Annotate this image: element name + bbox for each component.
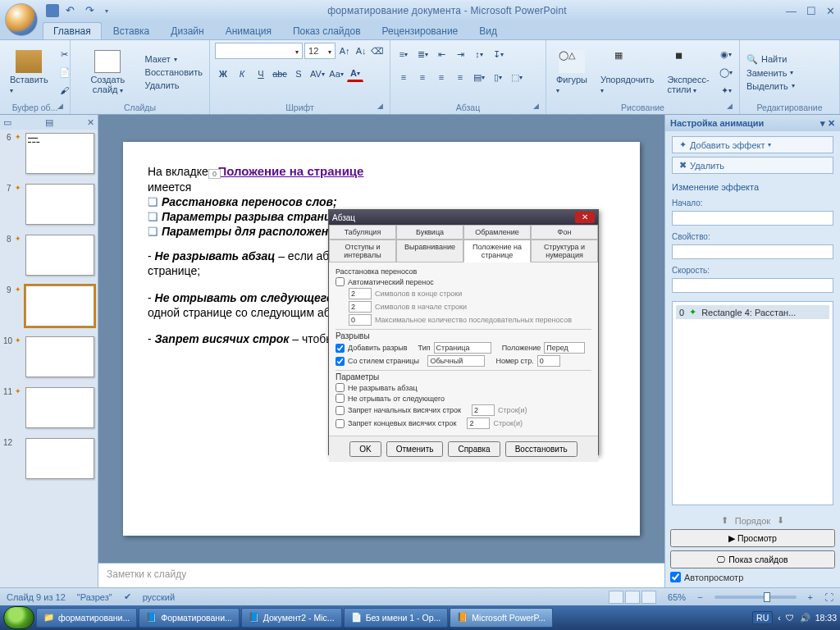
zoom-out-button[interactable]: − [697,592,702,602]
save-icon[interactable] [46,4,59,17]
outline-tab-icon[interactable]: ▭ [3,117,11,128]
dtab-bg[interactable]: Фон [531,225,598,240]
notes-pane[interactable]: Заметки к слайду [98,563,664,587]
effect-list[interactable]: 0 ✦ Rectangle 4: Расстан... [672,301,833,505]
font-color-button[interactable]: A [347,66,363,82]
para-dialog-launcher[interactable]: ◢ [533,102,539,110]
thumb-7[interactable]: 7✦ [3,184,94,225]
align-center-button[interactable]: ≡ [414,69,431,85]
thumb-6[interactable]: 6✦▬▬▬▬ ▬ ▬ [3,133,94,174]
break-pos-select[interactable]: Перед [544,342,585,354]
text-direction-button[interactable]: ↧ [490,46,506,62]
close-thumbs-icon[interactable]: ✕ [87,117,94,128]
change-case-button[interactable]: Аа [328,66,345,82]
char-spacing-button[interactable]: AV [309,66,326,82]
tray-security-icon[interactable]: 🛡 [786,613,795,623]
pagenum-spin[interactable]: 0 [537,355,560,367]
start-combo[interactable] [672,211,833,226]
shrink-font-button[interactable]: A↓ [354,43,368,59]
tray-volume-icon[interactable]: 🔊 [800,613,810,623]
align-text-button[interactable]: ▯ [490,69,506,85]
zoom-slider[interactable] [714,596,797,599]
find-button[interactable]: 🔍 Найти [745,53,797,66]
slideshow-view-button[interactable] [641,591,656,604]
dialog-close-button[interactable]: ✕ [575,212,595,223]
shape-fill-button[interactable]: ◉ [718,46,734,62]
italic-button[interactable]: К [234,66,250,82]
widow-start-check[interactable] [336,406,345,415]
dtab-indents[interactable]: Отступы и интервалы [329,240,396,262]
dtab-numbering[interactable]: Структура и нумерация [531,240,598,262]
add-effect-button[interactable]: ✦ Добавить эффект [672,136,833,153]
tray-expand-icon[interactable]: ‹ [778,613,781,623]
thumb-8[interactable]: 8✦ [3,235,94,276]
lang-indicator[interactable]: RU [752,611,773,624]
tab-animation[interactable]: Анимация [216,23,281,39]
preview-button[interactable]: ▶ Просмотр [670,529,835,547]
clipboard-dialog-launcher[interactable]: ◢ [57,102,63,110]
start-button[interactable] [3,606,34,629]
with-style-check[interactable] [336,357,345,366]
dtab-position[interactable]: Положение на странице [463,240,531,262]
widow-start-spin[interactable]: 2 [472,404,495,416]
smartart-button[interactable]: ⬚ [509,69,525,85]
page-style-select[interactable]: Обычный [427,355,485,367]
autopreview-check[interactable] [670,572,681,582]
dtab-tabs[interactable]: Табуляция [329,225,396,240]
tab-review[interactable]: Рецензирование [372,23,468,39]
task-powerpoint[interactable]: 📙Microsoft PowerP... [450,608,553,628]
spellcheck-icon[interactable]: ✔ [124,591,131,602]
font-family-combo[interactable] [215,43,303,59]
thumb-9[interactable]: 9✦ [3,285,94,326]
strike-button[interactable]: abc [272,66,288,82]
dialog-help-button[interactable]: Справка [448,441,500,457]
anim-order-handle[interactable]: 0 [208,169,221,179]
dtab-align[interactable]: Выравнивание [396,240,463,262]
zoom-in-button[interactable]: + [808,592,813,602]
shadow-button[interactable]: S [290,66,307,82]
new-slide-button[interactable]: Создать слайд [75,48,140,97]
task-oo[interactable]: 📄Без имени 1 - Op... [344,608,449,628]
normal-view-button[interactable] [609,591,623,604]
tab-insert[interactable]: Вставка [103,23,160,39]
add-break-check[interactable] [336,344,345,353]
thumb-12[interactable]: 12 [3,438,94,479]
property-combo[interactable] [672,244,833,259]
tab-design[interactable]: Дизайн [161,23,213,39]
shapes-button[interactable]: ◯△Фигуры [551,48,592,96]
anim-pane-close-icon[interactable]: ✕ [828,118,835,128]
anim-pane-menu-icon[interactable]: ▾ [820,118,825,128]
decrease-indent-button[interactable]: ⇤ [433,46,450,62]
align-left-button[interactable]: ≡ [395,69,412,85]
reorder-up-icon[interactable]: ⬆ [721,515,728,526]
dtab-dropcap[interactable]: Буквица [396,225,463,240]
dialog-cancel-button[interactable]: Отменить [386,441,444,457]
increase-indent-button[interactable]: ⇥ [452,46,468,62]
reorder-down-icon[interactable]: ⬇ [777,515,784,526]
font-size-combo[interactable]: 12 [304,43,336,59]
arrange-button[interactable]: ▦Упорядочить [596,48,659,96]
minimize-button[interactable]: — [786,5,797,17]
auto-hyphen-check[interactable] [336,277,345,286]
clock[interactable]: 18:33 [815,613,837,623]
maximize-button[interactable]: ☐ [806,5,816,17]
numbering-button[interactable]: ≣ [414,46,431,62]
tab-home[interactable]: Главная [43,22,102,39]
undo-icon[interactable] [66,4,79,17]
line-spacing-button[interactable]: ↕ [471,46,487,62]
bullets-button[interactable]: ≡ [395,46,412,62]
remove-effect-button[interactable]: ✖ Удалить [672,157,833,174]
keep-together-check[interactable] [336,383,345,392]
dialog-reset-button[interactable]: Восстановить [505,441,578,457]
clear-format-button[interactable]: ⌫ [370,43,385,59]
slide-canvas[interactable]: На вкладке Положение на странице имеется… [123,142,640,536]
widow-end-spin[interactable]: 2 [467,418,490,429]
slides-tab-icon[interactable]: ▤ [45,117,53,128]
sorter-view-button[interactable] [625,591,640,604]
thumb-10[interactable]: 10✦ [3,336,94,377]
underline-button[interactable]: Ч [253,66,269,82]
thumb-11[interactable]: 11✦ [3,387,94,428]
select-button[interactable]: Выделить [745,80,797,92]
zoom-label[interactable]: 65% [668,592,686,602]
quick-styles-button[interactable]: ◼Экспресс-стили [662,48,714,96]
